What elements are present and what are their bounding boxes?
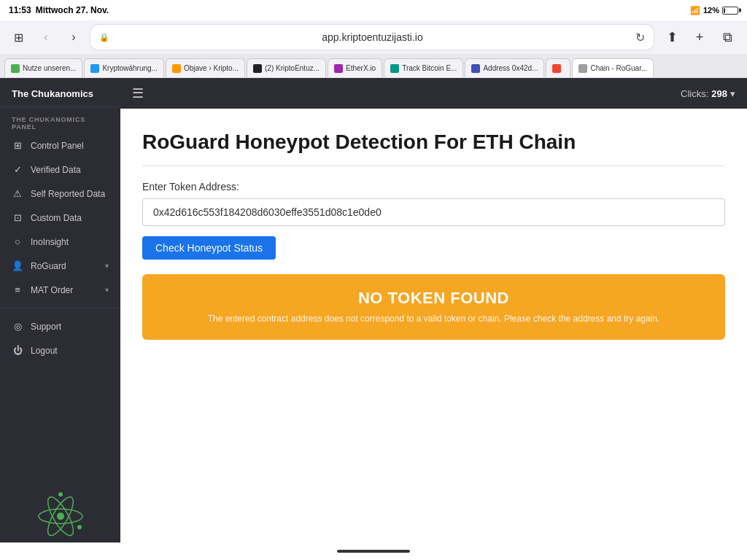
url-bar[interactable]: 🔒 app.kriptoentuzijasti.io ↻: [90, 25, 654, 50]
sidebar-item-label: Self Reported Data: [31, 189, 105, 199]
check-honeypot-button[interactable]: Check Honeypot Status: [142, 236, 276, 260]
tab-tab2[interactable]: Kryptowährung...: [84, 58, 164, 77]
sidebar-item-mat-order[interactable]: ≡MAT Order▾: [0, 278, 120, 302]
tab-tab6[interactable]: Track Bitcoin E...: [384, 58, 463, 77]
tab-tab3[interactable]: Objave › Kripto...: [166, 58, 245, 77]
sidebar-item-label: Logout: [31, 346, 58, 356]
tab-tab4[interactable]: (2) KriptoEntuz...: [247, 58, 326, 77]
date-display: Mittwoch 27. Nov.: [36, 5, 109, 15]
sidebar-icon: ◎: [12, 321, 23, 332]
status-time: 11:53 Mittwoch 27. Nov.: [9, 5, 109, 15]
page-title: RoGuard Honeypot Detection For ETH Chain: [142, 131, 725, 166]
tab-favicon: [334, 64, 343, 73]
hamburger-icon[interactable]: ☰: [132, 85, 144, 101]
browser-chrome: ⊞ ‹ › 🔒 app.kriptoentuzijasti.io ↻ ⬆ + ⧉…: [0, 20, 747, 78]
sidebar-icon: ⏻: [12, 345, 23, 356]
tabs-bar: Nutze unseren...Kryptowährung...Objave ›…: [0, 54, 747, 77]
tab-favicon: [172, 64, 181, 73]
sidebar-item-label: Verified Data: [31, 165, 81, 175]
reload-icon[interactable]: ↻: [635, 31, 645, 44]
sidebar-icon: ⚠: [12, 188, 23, 199]
main-layout: The Chukanomics THE CHUKANOMICS PANEL ⊞C…: [0, 78, 747, 553]
time-display: 11:53: [9, 5, 31, 15]
tabs-button[interactable]: ⧉: [715, 25, 740, 50]
content-topbar: ☰ Clicks: 298 ▾: [120, 78, 747, 109]
battery-icon: [722, 7, 738, 15]
sidebar-item-control-panel[interactable]: ⊞Control Panel: [0, 133, 120, 158]
sidebar-icon: ≡: [12, 284, 23, 295]
tab-favicon: [390, 64, 399, 73]
tab-tab7[interactable]: Address 0x42d...: [465, 58, 544, 77]
chevron-down-icon: ▾: [105, 286, 109, 294]
right-panel: ☰ Clicks: 298 ▾ RoGuard Honeypot Detecti…: [120, 78, 747, 553]
sidebar-item-logout[interactable]: ⏻Logout: [0, 338, 120, 362]
chevron-down-icon: ▾: [105, 262, 109, 270]
alert-banner: NO TOKEN FOUND The entered contract addr…: [142, 274, 725, 340]
browser-actions: ⬆ + ⧉: [659, 25, 740, 50]
battery-percent: 12%: [703, 6, 719, 15]
bottom-bar: [0, 542, 747, 560]
tab-favicon: [11, 64, 20, 73]
alert-message: The entered contract address does not co…: [160, 312, 708, 325]
clicks-count: 298: [711, 88, 727, 99]
tab-favicon: [578, 64, 587, 73]
sidebar-icon: ✓: [12, 164, 23, 175]
tab-tab8[interactable]: [546, 58, 570, 77]
wifi-icon: 📶: [690, 6, 700, 15]
content-area: RoGuard Honeypot Detection For ETH Chain…: [120, 109, 747, 553]
lock-icon: 🔒: [99, 33, 109, 42]
sidebar-divider: [0, 308, 120, 308]
sidebar-item-verified-data[interactable]: ✓Verified Data: [0, 158, 120, 182]
svg-point-4: [58, 492, 63, 497]
sidebar-item-label: RoGuard: [31, 261, 66, 271]
forward-button[interactable]: ›: [63, 26, 85, 48]
sidebar-toggle-button[interactable]: ⊞: [7, 26, 29, 48]
atom-logo-icon: [35, 491, 86, 542]
sidebar-icon: ⊡: [12, 212, 23, 223]
sidebar-item-self-reported-data[interactable]: ⚠Self Reported Data: [0, 182, 120, 206]
token-address-input[interactable]: [142, 198, 725, 226]
sidebar-item-support[interactable]: ◎Support: [0, 314, 120, 338]
tab-tab5[interactable]: EtherX.io: [328, 58, 382, 77]
sidebar-item-inoinsight[interactable]: ○InoInsight: [0, 230, 120, 254]
alert-title: NO TOKEN FOUND: [160, 289, 708, 308]
sidebar-item-label: Control Panel: [31, 141, 84, 151]
tab-tab9[interactable]: Chain - RoGuar...: [572, 58, 654, 77]
url-text: app.kriptoentuzijasti.io: [114, 31, 631, 43]
sidebar-item-label: InoInsight: [31, 237, 69, 247]
sidebar-icon: 👤: [12, 260, 23, 271]
sidebar-item-custom-data[interactable]: ⊡Custom Data: [0, 206, 120, 230]
sidebar-brand: The Chukanomics: [0, 78, 120, 107]
svg-point-0: [57, 513, 64, 520]
svg-point-5: [77, 525, 82, 529]
form-label: Enter Token Address:: [142, 181, 725, 192]
share-button[interactable]: ⬆: [659, 25, 684, 50]
tab-favicon: [90, 64, 99, 73]
browser-toolbar: ⊞ ‹ › 🔒 app.kriptoentuzijasti.io ↻ ⬆ + ⧉: [0, 20, 747, 54]
clicks-label: Clicks:: [681, 88, 708, 99]
sidebar-section-label: THE CHUKANOMICS PANEL: [0, 107, 120, 133]
sidebar: The Chukanomics THE CHUKANOMICS PANEL ⊞C…: [0, 78, 120, 553]
tab-favicon: [552, 64, 561, 73]
sidebar-item-label: MAT Order: [31, 285, 73, 295]
dropdown-icon[interactable]: ▾: [730, 88, 735, 99]
new-tab-button[interactable]: +: [687, 25, 712, 50]
sidebar-item-roguard[interactable]: 👤RoGuard▾: [0, 254, 120, 278]
sidebar-item-label: Support: [31, 322, 61, 332]
sidebar-item-label: Custom Data: [31, 213, 82, 223]
back-button[interactable]: ‹: [35, 26, 57, 48]
home-indicator: [337, 550, 410, 553]
clicks-info: Clicks: 298 ▾: [681, 88, 735, 99]
status-bar: 11:53 Mittwoch 27. Nov. 📶 12%: [0, 0, 747, 20]
status-right: 📶 12%: [690, 6, 738, 15]
tab-favicon: [253, 64, 262, 73]
sidebar-icon: ⊞: [12, 140, 23, 151]
sidebar-icon: ○: [12, 236, 23, 247]
tab-tab1[interactable]: Nutze unseren...: [4, 58, 82, 77]
tab-favicon: [471, 64, 480, 73]
